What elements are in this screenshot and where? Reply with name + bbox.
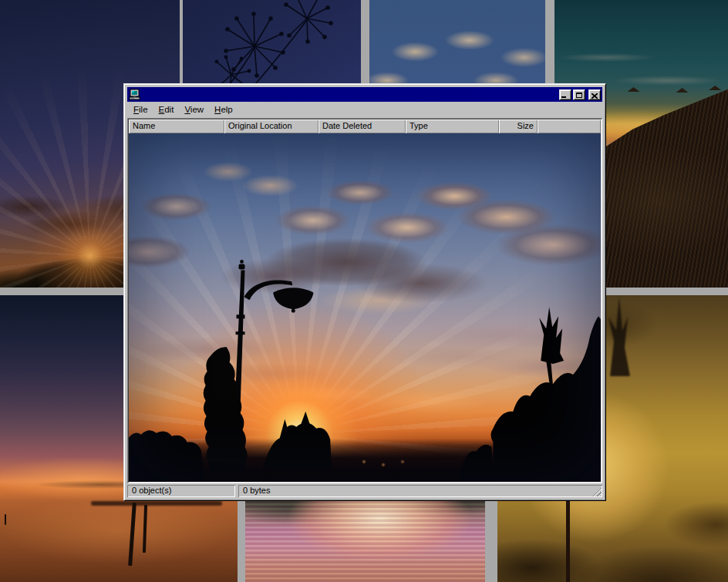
maximize-button[interactable] (573, 89, 585, 100)
column-header-type[interactable]: Type (406, 119, 499, 133)
explorer-window: File Edit View Help Name Original Locati… (123, 83, 606, 501)
status-bar: 0 object(s) 0 bytes (127, 485, 602, 497)
column-header-filler (538, 119, 601, 133)
mountain-peak (676, 88, 689, 93)
folder-background-photo[interactable] (129, 133, 601, 482)
minimize-icon (561, 96, 566, 98)
water-pole-silhouette (128, 503, 136, 566)
column-header-name[interactable]: Name (129, 119, 224, 133)
computer-icon[interactable] (129, 89, 141, 100)
water-pole-silhouette (5, 514, 6, 525)
menu-bar: File Edit View Help (127, 102, 602, 116)
shoreline-streak (91, 501, 222, 506)
list-view: Name Original Location Date Deleted Type… (127, 118, 602, 483)
menu-edit[interactable]: Edit (153, 103, 180, 116)
menu-view[interactable]: View (179, 103, 209, 116)
status-objects: 0 object(s) (127, 485, 235, 497)
column-header-original-location[interactable]: Original Location (224, 119, 318, 133)
water-pole-silhouette (143, 505, 147, 553)
column-header-size[interactable]: Size (499, 119, 538, 133)
mountain-peak (709, 86, 721, 90)
maximize-icon (576, 93, 582, 98)
menu-file[interactable]: File (128, 103, 153, 116)
status-size: 0 bytes (238, 485, 602, 497)
close-button[interactable] (588, 89, 601, 100)
vignette-overlay (129, 133, 601, 482)
mountain-peak (628, 87, 640, 92)
status-size-text: 0 bytes (243, 486, 270, 495)
title-bar[interactable] (127, 87, 602, 102)
column-header-row: Name Original Location Date Deleted Type… (129, 119, 601, 133)
pole-silhouette (566, 500, 570, 582)
desktop: { "window": { "title": "", "titlebar": {… (0, 0, 728, 582)
column-header-date-deleted[interactable]: Date Deleted (318, 119, 406, 133)
wispy-tree-silhouette (604, 295, 639, 376)
close-icon (592, 93, 598, 99)
resize-grip[interactable] (592, 486, 602, 496)
minimize-button[interactable] (559, 89, 571, 100)
menu-help[interactable]: Help (209, 103, 238, 116)
